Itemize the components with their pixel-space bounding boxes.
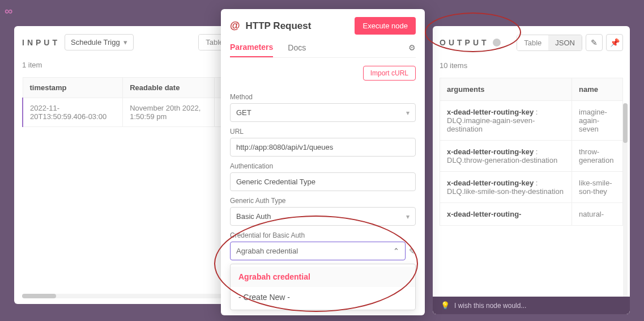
arg-val: DLQ.imagine-again-seven-destination: [447, 116, 535, 133]
scrollbar-thumb[interactable]: [623, 103, 628, 143]
arg-val: DLQ.like-smile-son-they-destination: [447, 187, 564, 196]
method-label: Method: [230, 93, 416, 101]
arg-key: x-dead-letter-routing-key: [447, 108, 534, 116]
chevron-up-icon: ⌃: [393, 247, 399, 255]
gear-icon[interactable]: ⚙: [408, 43, 416, 57]
generic-auth-type-select[interactable]: Basic Auth ▾: [230, 207, 416, 226]
at-icon: @: [230, 20, 240, 32]
table-row[interactable]: x-dead-letter-routing-key : DLQ.throw-ge…: [440, 141, 623, 172]
input-col-timestamp: timestamp: [23, 78, 123, 98]
row-name: like-smile-son-they: [572, 172, 623, 203]
modal-title: HTTP Request: [246, 20, 349, 32]
input-source-label: Schedule Trigg: [71, 38, 120, 47]
credential-select[interactable]: Agrabah credential ⌃: [230, 242, 406, 260]
output-view-table[interactable]: Table: [517, 35, 548, 50]
authentication-select[interactable]: Generic Credential Type: [230, 172, 416, 191]
output-col-arguments: arguments: [440, 78, 572, 101]
chevron-down-icon: ▾: [406, 109, 410, 117]
info-icon[interactable]: [493, 39, 501, 47]
lightbulb-icon: 💡: [441, 301, 450, 310]
scrollbar-thumb[interactable]: [22, 294, 56, 298]
url-value: http://app:8080/api/v1/queues: [236, 143, 333, 151]
feedback-text: I wish this node would...: [454, 302, 526, 310]
input-col-readable-date: Readable date: [123, 78, 215, 98]
url-input[interactable]: http://app:8080/api/v1/queues: [230, 138, 416, 157]
arg-key: x-dead-letter-routing-: [447, 210, 521, 218]
input-title: INPUT: [22, 38, 60, 47]
method-value: GET: [236, 108, 251, 117]
arg-val: DLQ.throw-generation-destination: [447, 156, 557, 164]
import-curl-button[interactable]: Import cURL: [363, 66, 416, 81]
authentication-value: Generic Credential Type: [236, 178, 315, 186]
row-name: imagine-again-seven: [572, 101, 623, 141]
table-row[interactable]: x-dead-letter-routing-key : DLQ.like-smi…: [440, 172, 623, 203]
chevron-down-icon: ▾: [406, 213, 410, 221]
vertical-scrollbar[interactable]: [623, 103, 628, 307]
edit-credential-icon[interactable]: ✎: [409, 247, 416, 256]
row-name: throw-generation: [572, 141, 623, 172]
row-name: natural-: [572, 203, 623, 226]
method-select[interactable]: GET ▾: [230, 103, 416, 122]
arg-key: x-dead-letter-routing-key: [447, 147, 534, 156]
output-view-toggle: Table JSON: [517, 35, 582, 51]
edit-output-icon[interactable]: ✎: [586, 34, 603, 51]
table-row[interactable]: x-dead-letter-routing-key : DLQ.imagine-…: [440, 101, 623, 141]
credential-option-agrabah[interactable]: Agrabah credential: [231, 267, 415, 287]
cell-readable-date: November 20th 2022, 1:50:59 pm: [123, 98, 215, 127]
output-col-name: name: [572, 78, 623, 101]
generic-auth-type-value: Basic Auth: [236, 212, 271, 221]
input-source-select[interactable]: Schedule Trigg ▾: [65, 34, 134, 50]
url-label: URL: [230, 128, 416, 136]
app-logo: ∞: [5, 5, 10, 18]
generic-auth-type-label: Generic Auth Type: [230, 197, 416, 205]
table-row[interactable]: x-dead-letter-routing- natural-: [440, 203, 623, 226]
chevron-down-icon: ▾: [123, 38, 127, 47]
output-table: arguments name x-dead-letter-routing-key…: [440, 78, 623, 226]
output-title: OUTPUT: [440, 38, 489, 47]
tab-parameters[interactable]: Parameters: [230, 43, 273, 57]
credential-label: Credential for Basic Auth: [230, 231, 416, 239]
cell-timestamp: 2022-11-20T13:50:59.406-03:00: [23, 98, 123, 127]
pin-output-icon[interactable]: 📌: [606, 34, 623, 51]
output-view-json[interactable]: JSON: [548, 35, 582, 50]
output-item-count: 10 items: [440, 61, 623, 70]
credential-dropdown: Agrabah credential - Create New -: [230, 264, 416, 310]
output-panel: OUTPUT Table JSON ✎ 📌 10 items arguments…: [433, 26, 630, 314]
execute-node-button[interactable]: Execute node: [355, 17, 416, 35]
credential-value: Agrabah credential: [236, 247, 298, 255]
arg-key: x-dead-letter-routing-key: [447, 179, 534, 187]
authentication-label: Authentication: [230, 162, 416, 170]
feedback-bar[interactable]: 💡 I wish this node would...: [433, 297, 630, 314]
node-config-modal: @ HTTP Request Execute node Parameters D…: [221, 9, 425, 315]
tab-docs[interactable]: Docs: [288, 43, 306, 57]
credential-option-create-new[interactable]: - Create New -: [231, 287, 415, 307]
